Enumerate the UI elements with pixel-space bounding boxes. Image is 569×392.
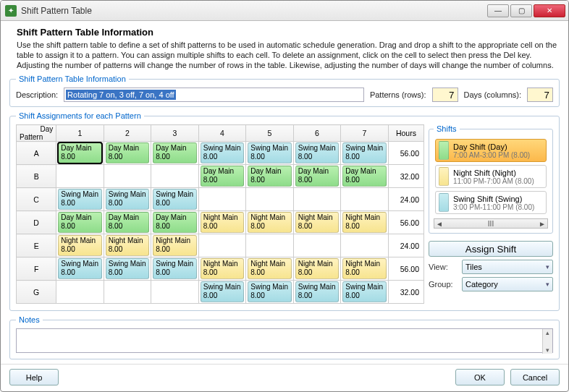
grid-cell[interactable]: Night Main8.00 xyxy=(246,257,294,281)
ok-button[interactable]: OK xyxy=(455,369,505,385)
scroll-right-icon[interactable]: ► xyxy=(539,220,546,228)
shift-assignment[interactable]: Swing Main8.00 xyxy=(248,281,292,302)
grid-cell[interactable]: Swing Main8.00 xyxy=(56,257,104,281)
grid-cell[interactable]: Day Main8.00 xyxy=(56,142,104,165)
group-combo[interactable]: Category ▾ xyxy=(462,277,553,291)
grid-cell[interactable] xyxy=(151,165,199,188)
grid-cell[interactable]: Swing Main8.00 xyxy=(198,281,246,304)
description-input[interactable]: Rotating 7 on, 3 off, 7 on, 4 off xyxy=(64,88,364,102)
grid-cell[interactable]: Swing Main8.00 xyxy=(293,142,341,165)
grid-cell[interactable] xyxy=(151,281,199,304)
grid-cell[interactable]: Day Main8.00 xyxy=(104,211,151,234)
grid-cell[interactable]: Night Main8.00 xyxy=(293,257,341,281)
grid-cell[interactable]: Night Main8.00 xyxy=(104,234,151,257)
shift-assignment[interactable]: Swing Main8.00 xyxy=(58,189,102,210)
grid-cell[interactable] xyxy=(198,234,246,257)
shift-assignment[interactable]: Day Main8.00 xyxy=(153,212,197,233)
grid-cell[interactable] xyxy=(246,188,294,211)
shift-grid[interactable]: DayPattern1234567Hours ADay Main8.00Day … xyxy=(16,124,424,304)
grid-cell[interactable]: Swing Main8.00 xyxy=(56,188,104,211)
shift-assignment[interactable]: Night Main8.00 xyxy=(58,235,102,256)
shift-assignment[interactable]: Day Main8.00 xyxy=(58,212,102,233)
grid-cell[interactable] xyxy=(293,234,341,257)
shift-assignment[interactable]: Swing Main8.00 xyxy=(295,281,340,302)
shift-assignment[interactable]: Night Main8.00 xyxy=(295,258,340,279)
shift-assignment[interactable]: Day Main8.00 xyxy=(342,166,387,187)
assign-shift-button[interactable]: Assign Shift xyxy=(429,241,553,257)
shift-assignment[interactable]: Night Main8.00 xyxy=(201,212,245,233)
close-button[interactable]: ✕ xyxy=(534,4,565,17)
grid-cell[interactable] xyxy=(341,188,389,211)
grid-cell[interactable]: Swing Main8.00 xyxy=(104,188,151,211)
grid-cell[interactable]: Swing Main8.00 xyxy=(341,142,389,165)
grid-cell[interactable] xyxy=(56,281,104,304)
maximize-button[interactable]: ▢ xyxy=(510,4,532,17)
scroll-left-icon[interactable]: ◄ xyxy=(436,220,443,228)
grid-cell[interactable]: Swing Main8.00 xyxy=(341,281,389,304)
shift-assignment[interactable]: Day Main8.00 xyxy=(295,166,340,187)
shift-assignment[interactable]: Night Main8.00 xyxy=(153,235,197,256)
shift-assignment[interactable]: Day Main8.00 xyxy=(153,142,197,163)
shift-assignment[interactable]: Day Main8.00 xyxy=(106,142,150,163)
grid-cell[interactable]: Day Main8.00 xyxy=(198,165,246,188)
shift-assignment[interactable]: Swing Main8.00 xyxy=(153,189,197,210)
shift-assignment[interactable]: Swing Main8.00 xyxy=(295,142,340,163)
grid-cell[interactable]: Day Main8.00 xyxy=(151,211,199,234)
grid-cell[interactable]: Day Main8.00 xyxy=(341,165,389,188)
shift-assignment[interactable]: Swing Main8.00 xyxy=(106,258,150,279)
shift-assignment[interactable]: Day Main8.00 xyxy=(106,212,150,233)
grid-cell[interactable] xyxy=(104,281,151,304)
grid-cell[interactable] xyxy=(246,234,294,257)
minimize-button[interactable]: — xyxy=(487,4,509,17)
shift-assignment[interactable]: Day Main8.00 xyxy=(201,166,245,187)
shift-assignment[interactable]: Night Main8.00 xyxy=(295,212,340,233)
grid-cell[interactable] xyxy=(198,188,246,211)
grid-cell[interactable] xyxy=(341,234,389,257)
shift-assignment[interactable]: Night Main8.00 xyxy=(106,235,150,256)
shift-assignment[interactable]: Swing Main8.00 xyxy=(201,142,245,163)
grid-cell[interactable]: Swing Main8.00 xyxy=(198,142,246,165)
shift-assignment[interactable]: Night Main8.00 xyxy=(248,212,292,233)
grid-cell[interactable]: Swing Main8.00 xyxy=(246,281,294,304)
grid-cell[interactable]: Night Main8.00 xyxy=(151,234,199,257)
grid-cell[interactable]: Night Main8.00 xyxy=(293,211,341,234)
view-combo[interactable]: Tiles ▾ xyxy=(462,260,553,274)
days-input[interactable] xyxy=(527,88,553,102)
grid-cell[interactable] xyxy=(56,165,104,188)
grid-cell[interactable]: Day Main8.00 xyxy=(56,211,104,234)
shift-assignment[interactable]: Night Main8.00 xyxy=(342,212,387,233)
shift-list[interactable]: Day Shift (Day)7:00 AM-3:00 PM (8.00)Nig… xyxy=(434,137,548,216)
grid-cell[interactable]: Swing Main8.00 xyxy=(246,142,294,165)
grid-cell[interactable] xyxy=(104,165,151,188)
shift-assignment[interactable]: Night Main8.00 xyxy=(201,258,245,279)
shifts-scrollbar[interactable]: ◄ III ► xyxy=(434,218,548,229)
help-button[interactable]: Help xyxy=(9,369,59,385)
grid-cell[interactable]: Day Main8.00 xyxy=(246,165,294,188)
shift-assignment[interactable]: Day Main8.00 xyxy=(58,142,102,163)
grid-cell[interactable]: Night Main8.00 xyxy=(198,211,246,234)
grid-cell[interactable] xyxy=(293,188,341,211)
shift-assignment[interactable]: Swing Main8.00 xyxy=(106,189,150,210)
shift-item[interactable]: Swing Shift (Swing)3:00 PM-11:00 PM (8.0… xyxy=(435,191,547,214)
notes-textarea[interactable] xyxy=(16,328,553,353)
grid-cell[interactable]: Swing Main8.00 xyxy=(151,257,199,281)
grid-cell[interactable]: Swing Main8.00 xyxy=(151,188,199,211)
cancel-button[interactable]: Cancel xyxy=(510,369,560,385)
shift-assignment[interactable]: Night Main8.00 xyxy=(248,258,292,279)
grid-cell[interactable]: Night Main8.00 xyxy=(198,257,246,281)
shift-assignment[interactable]: Swing Main8.00 xyxy=(248,142,292,163)
grid-cell[interactable]: Night Main8.00 xyxy=(341,257,389,281)
grid-cell[interactable]: Day Main8.00 xyxy=(293,165,341,188)
shift-assignment[interactable]: Swing Main8.00 xyxy=(342,281,387,302)
grid-cell[interactable]: Day Main8.00 xyxy=(151,142,199,165)
shift-assignment[interactable]: Night Main8.00 xyxy=(342,258,387,279)
shift-assignment[interactable]: Day Main8.00 xyxy=(248,166,292,187)
grid-cell[interactable]: Night Main8.00 xyxy=(56,234,104,257)
patterns-input[interactable] xyxy=(432,88,458,102)
shift-assignment[interactable]: Swing Main8.00 xyxy=(58,258,102,279)
shift-assignment[interactable]: Swing Main8.00 xyxy=(153,258,197,279)
notes-scrollbar[interactable]: ▴▾ xyxy=(542,329,552,354)
shift-item[interactable]: Day Shift (Day)7:00 AM-3:00 PM (8.00) xyxy=(435,139,547,162)
shift-assignment[interactable]: Swing Main8.00 xyxy=(201,281,245,302)
grid-cell[interactable]: Day Main8.00 xyxy=(104,142,151,165)
